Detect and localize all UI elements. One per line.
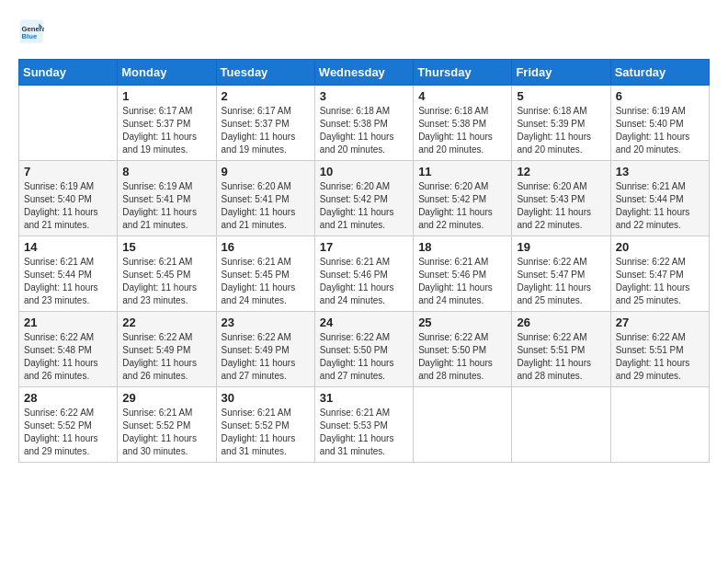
day-info: Sunrise: 6:20 AM Sunset: 5:43 PM Dayligh… bbox=[517, 180, 605, 232]
calendar-cell: 19Sunrise: 6:22 AM Sunset: 5:47 PM Dayli… bbox=[512, 236, 610, 312]
calendar-cell: 31Sunrise: 6:21 AM Sunset: 5:53 PM Dayli… bbox=[314, 387, 413, 463]
day-number: 13 bbox=[616, 165, 704, 178]
calendar-cell: 29Sunrise: 6:21 AM Sunset: 5:52 PM Dayli… bbox=[118, 387, 216, 463]
day-info: Sunrise: 6:22 AM Sunset: 5:52 PM Dayligh… bbox=[24, 407, 112, 458]
day-number: 29 bbox=[122, 391, 210, 405]
day-info: Sunrise: 6:17 AM Sunset: 5:37 PM Dayligh… bbox=[222, 105, 310, 156]
col-header-thursday: Thursday bbox=[414, 60, 512, 86]
day-number: 24 bbox=[320, 316, 408, 329]
day-info: Sunrise: 6:22 AM Sunset: 5:50 PM Dayligh… bbox=[320, 331, 408, 383]
calendar-cell: 2Sunrise: 6:17 AM Sunset: 5:37 PM Daylig… bbox=[216, 86, 314, 161]
calendar-cell: 9Sunrise: 6:20 AM Sunset: 5:41 PM Daylig… bbox=[216, 161, 314, 236]
day-number: 8 bbox=[122, 165, 210, 178]
day-number: 25 bbox=[418, 316, 506, 329]
day-number: 12 bbox=[517, 165, 605, 178]
week-row-4: 21Sunrise: 6:22 AM Sunset: 5:48 PM Dayli… bbox=[19, 312, 710, 387]
week-row-2: 7Sunrise: 6:19 AM Sunset: 5:40 PM Daylig… bbox=[19, 161, 710, 236]
day-info: Sunrise: 6:18 AM Sunset: 5:38 PM Dayligh… bbox=[320, 105, 408, 156]
day-number: 2 bbox=[222, 89, 310, 103]
calendar-cell: 4Sunrise: 6:18 AM Sunset: 5:38 PM Daylig… bbox=[414, 86, 512, 161]
calendar-cell: 8Sunrise: 6:19 AM Sunset: 5:41 PM Daylig… bbox=[118, 161, 216, 236]
day-info: Sunrise: 6:20 AM Sunset: 5:42 PM Dayligh… bbox=[320, 180, 408, 232]
calendar-cell: 20Sunrise: 6:22 AM Sunset: 5:47 PM Dayli… bbox=[610, 236, 709, 312]
col-header-tuesday: Tuesday bbox=[216, 60, 314, 86]
day-number: 5 bbox=[517, 89, 605, 103]
day-info: Sunrise: 6:22 AM Sunset: 5:48 PM Dayligh… bbox=[24, 331, 112, 383]
day-info: Sunrise: 6:18 AM Sunset: 5:39 PM Dayligh… bbox=[517, 105, 605, 156]
day-info: Sunrise: 6:18 AM Sunset: 5:38 PM Dayligh… bbox=[418, 105, 506, 156]
calendar-cell: 26Sunrise: 6:22 AM Sunset: 5:51 PM Dayli… bbox=[512, 312, 610, 387]
day-info: Sunrise: 6:22 AM Sunset: 5:47 PM Dayligh… bbox=[517, 256, 605, 307]
calendar-cell: 14Sunrise: 6:21 AM Sunset: 5:44 PM Dayli… bbox=[19, 236, 118, 312]
calendar-cell: 15Sunrise: 6:21 AM Sunset: 5:45 PM Dayli… bbox=[118, 236, 216, 312]
day-info: Sunrise: 6:21 AM Sunset: 5:46 PM Dayligh… bbox=[320, 256, 408, 307]
calendar-cell: 10Sunrise: 6:20 AM Sunset: 5:42 PM Dayli… bbox=[314, 161, 413, 236]
calendar-cell: 22Sunrise: 6:22 AM Sunset: 5:49 PM Dayli… bbox=[118, 312, 216, 387]
day-info: Sunrise: 6:21 AM Sunset: 5:52 PM Dayligh… bbox=[222, 407, 310, 458]
calendar-header: SundayMondayTuesdayWednesdayThursdayFrid… bbox=[19, 60, 710, 86]
day-info: Sunrise: 6:22 AM Sunset: 5:51 PM Dayligh… bbox=[616, 331, 704, 383]
day-number: 27 bbox=[616, 316, 704, 329]
day-info: Sunrise: 6:21 AM Sunset: 5:44 PM Dayligh… bbox=[616, 180, 704, 232]
day-info: Sunrise: 6:21 AM Sunset: 5:45 PM Dayligh… bbox=[122, 256, 210, 307]
day-info: Sunrise: 6:22 AM Sunset: 5:51 PM Dayligh… bbox=[517, 331, 605, 383]
day-info: Sunrise: 6:20 AM Sunset: 5:42 PM Dayligh… bbox=[418, 180, 506, 232]
day-info: Sunrise: 6:19 AM Sunset: 5:40 PM Dayligh… bbox=[24, 180, 112, 232]
day-number: 20 bbox=[616, 240, 704, 254]
day-number: 17 bbox=[320, 240, 408, 254]
calendar-cell: 27Sunrise: 6:22 AM Sunset: 5:51 PM Dayli… bbox=[610, 312, 709, 387]
day-info: Sunrise: 6:21 AM Sunset: 5:46 PM Dayligh… bbox=[418, 256, 506, 307]
calendar-cell: 16Sunrise: 6:21 AM Sunset: 5:45 PM Dayli… bbox=[216, 236, 314, 312]
day-info: Sunrise: 6:21 AM Sunset: 5:52 PM Dayligh… bbox=[122, 407, 210, 458]
week-row-3: 14Sunrise: 6:21 AM Sunset: 5:44 PM Dayli… bbox=[19, 236, 710, 312]
col-header-saturday: Saturday bbox=[610, 60, 709, 86]
day-number: 22 bbox=[122, 316, 210, 329]
day-info: Sunrise: 6:21 AM Sunset: 5:45 PM Dayligh… bbox=[222, 256, 310, 307]
calendar-cell: 23Sunrise: 6:22 AM Sunset: 5:49 PM Dayli… bbox=[216, 312, 314, 387]
day-number: 23 bbox=[222, 316, 310, 329]
day-number: 21 bbox=[24, 316, 112, 329]
logo: General Blue bbox=[18, 18, 48, 44]
calendar-cell bbox=[19, 86, 118, 161]
header: General Blue bbox=[18, 18, 710, 44]
day-info: Sunrise: 6:22 AM Sunset: 5:47 PM Dayligh… bbox=[616, 256, 704, 307]
day-number: 15 bbox=[122, 240, 210, 254]
calendar-cell: 30Sunrise: 6:21 AM Sunset: 5:52 PM Dayli… bbox=[216, 387, 314, 463]
calendar-cell: 7Sunrise: 6:19 AM Sunset: 5:40 PM Daylig… bbox=[19, 161, 118, 236]
day-number: 19 bbox=[517, 240, 605, 254]
day-info: Sunrise: 6:19 AM Sunset: 5:40 PM Dayligh… bbox=[616, 105, 704, 156]
day-number: 6 bbox=[616, 89, 704, 103]
day-info: Sunrise: 6:22 AM Sunset: 5:49 PM Dayligh… bbox=[122, 331, 210, 383]
day-number: 11 bbox=[418, 165, 506, 178]
calendar-table: SundayMondayTuesdayWednesdayThursdayFrid… bbox=[18, 59, 710, 463]
day-number: 3 bbox=[320, 89, 408, 103]
day-info: Sunrise: 6:19 AM Sunset: 5:41 PM Dayligh… bbox=[122, 180, 210, 232]
day-number: 26 bbox=[517, 316, 605, 329]
day-info: Sunrise: 6:22 AM Sunset: 5:50 PM Dayligh… bbox=[418, 331, 506, 383]
calendar-cell: 18Sunrise: 6:21 AM Sunset: 5:46 PM Dayli… bbox=[414, 236, 512, 312]
day-number: 9 bbox=[222, 165, 310, 178]
day-info: Sunrise: 6:21 AM Sunset: 5:44 PM Dayligh… bbox=[24, 256, 112, 307]
week-row-5: 28Sunrise: 6:22 AM Sunset: 5:52 PM Dayli… bbox=[19, 387, 710, 463]
day-number: 14 bbox=[24, 240, 112, 254]
logo-icon: General Blue bbox=[18, 18, 44, 44]
day-number: 1 bbox=[122, 89, 210, 103]
day-number: 4 bbox=[418, 89, 506, 103]
day-info: Sunrise: 6:17 AM Sunset: 5:37 PM Dayligh… bbox=[122, 105, 210, 156]
col-header-monday: Monday bbox=[118, 60, 216, 86]
calendar-cell: 25Sunrise: 6:22 AM Sunset: 5:50 PM Dayli… bbox=[414, 312, 512, 387]
calendar-cell bbox=[610, 387, 709, 463]
col-header-sunday: Sunday bbox=[19, 60, 118, 86]
calendar-cell: 24Sunrise: 6:22 AM Sunset: 5:50 PM Dayli… bbox=[314, 312, 413, 387]
calendar-cell: 1Sunrise: 6:17 AM Sunset: 5:37 PM Daylig… bbox=[118, 86, 216, 161]
svg-text:Blue: Blue bbox=[22, 32, 38, 40]
day-number: 18 bbox=[418, 240, 506, 254]
day-number: 7 bbox=[24, 165, 112, 178]
calendar-cell: 5Sunrise: 6:18 AM Sunset: 5:39 PM Daylig… bbox=[512, 86, 610, 161]
calendar-cell: 3Sunrise: 6:18 AM Sunset: 5:38 PM Daylig… bbox=[314, 86, 413, 161]
calendar-cell: 12Sunrise: 6:20 AM Sunset: 5:43 PM Dayli… bbox=[512, 161, 610, 236]
day-info: Sunrise: 6:21 AM Sunset: 5:53 PM Dayligh… bbox=[320, 407, 408, 458]
col-header-wednesday: Wednesday bbox=[314, 60, 413, 86]
week-row-1: 1Sunrise: 6:17 AM Sunset: 5:37 PM Daylig… bbox=[19, 86, 710, 161]
calendar-cell bbox=[414, 387, 512, 463]
